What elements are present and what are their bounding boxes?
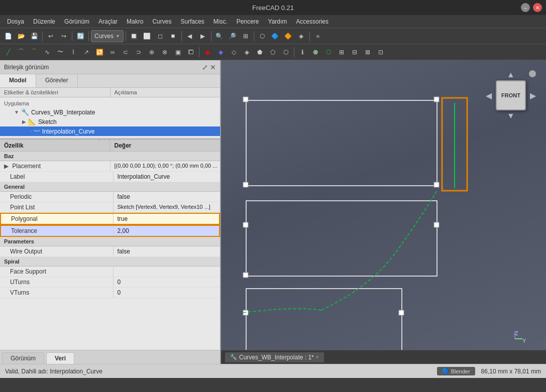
prop-row-vturns[interactable]: VTurns 0 (0, 288, 220, 298)
prop-row-uturns[interactable]: UTurns 0 (0, 277, 220, 288)
curve-tool-24[interactable]: ⬣ (309, 46, 321, 58)
workbench-dropdown[interactable]: Curves ▼ (91, 30, 124, 42)
redo-button[interactable]: ↪ (58, 30, 70, 42)
viewport-tab-close[interactable]: × (316, 354, 319, 360)
view3d-button[interactable]: 🔲 (128, 30, 140, 42)
curve-tool-12[interactable]: ⊕ (146, 46, 158, 58)
menu-dosya[interactable]: Dosya (3, 17, 28, 26)
prop-row-placement[interactable]: ▶ Placement [(0,00 0,00 1,00); 0,00 °; (… (0, 161, 220, 172)
view-front-button[interactable]: ⬜ (141, 30, 153, 42)
curve-tool-1[interactable]: ╱ (2, 46, 14, 58)
minimize-button[interactable]: – (521, 3, 530, 12)
prop-row-tolerance[interactable]: Tolerance 2,00 (0, 225, 220, 237)
nav-back-button[interactable]: ◀ (184, 30, 196, 42)
menu-duzenle[interactable]: Düzenle (29, 17, 59, 26)
blender-button[interactable]: 🔵 Blender (437, 367, 475, 375)
menu-curves[interactable]: Curves (148, 17, 175, 26)
statusbar-right: 🔵 Blender 86,10 mm x 78,01 mm (437, 367, 541, 375)
close-button[interactable]: ✕ (533, 3, 542, 12)
curve-tool-13[interactable]: ⊗ (159, 46, 171, 58)
curve-tool-21[interactable]: ⬠ (267, 46, 279, 58)
curve-tool-19[interactable]: ◈ (241, 46, 253, 58)
prop-row-label[interactable]: Label Interpolation_Curve (0, 172, 220, 182)
viewport-tab[interactable]: 🔧 Curves_WB_Interpolate : 1* × (225, 352, 324, 362)
etiketler-label: Etiketler & öznitelikleri (0, 88, 111, 97)
nav-left-arrow[interactable]: ◀ (486, 91, 492, 100)
curve-tool-22[interactable]: ⬡ (280, 46, 292, 58)
vertex-2 (434, 97, 439, 102)
nav-down-arrow[interactable]: ▼ (507, 111, 515, 120)
tab-veri-bottom[interactable]: Veri (46, 352, 74, 364)
view-right-button[interactable]: ◻ (154, 30, 166, 42)
toolbar-sep-5 (181, 31, 182, 41)
curve-tool-17[interactable]: ◆ (214, 46, 227, 58)
tree-item-root[interactable]: ▼ 🔧 Curves_WB_Interpolate (0, 107, 220, 117)
menu-misc[interactable]: Misc. (209, 17, 232, 26)
object-btn2[interactable]: 🔶 (282, 30, 294, 42)
tree-item-interpolation-curve[interactable]: · 〰 Interpolation_Curve (0, 126, 220, 136)
prop-row-pointlist[interactable]: Point List Sketch [Vertex8, Vertex9, Ver… (0, 202, 220, 213)
curve-tool-5[interactable]: 〜 (54, 46, 66, 58)
open-file-button[interactable]: 📂 (15, 30, 27, 42)
expand-icon[interactable]: ⤢ (202, 63, 208, 71)
nav-fwd-button[interactable]: ▶ (197, 30, 209, 42)
curve-tool-14[interactable]: ▣ (172, 46, 184, 58)
menu-araclar[interactable]: Araçlar (94, 17, 122, 26)
toolbar-sep-6 (211, 31, 211, 41)
menu-pencere[interactable]: Pencere (233, 17, 263, 26)
curve-tool-10[interactable]: ⊂ (120, 46, 132, 58)
curve-tool-11[interactable]: ⊃ (133, 46, 145, 58)
curve-tool-6[interactable]: ⌇ (67, 46, 79, 58)
curve-tool-9[interactable]: ∞ (106, 46, 119, 58)
undo-button[interactable]: ↩ (45, 30, 57, 42)
curve-tool-23[interactable]: ℹ (296, 46, 308, 58)
curve-tool-28[interactable]: ⊠ (362, 46, 374, 58)
curve-tool-20[interactable]: ⬟ (254, 46, 266, 58)
new-file-button[interactable]: 📄 (2, 30, 14, 42)
navigation-cube[interactable]: ▲ ▼ ◀ ▶ FRONT (486, 70, 536, 120)
zoom-fit-button[interactable]: ⊞ (240, 30, 252, 42)
close-panel-icon[interactable]: ✕ (210, 63, 216, 71)
curve-tool-16[interactable]: ◆ (201, 46, 213, 58)
menu-surfaces[interactable]: Surfaces (176, 17, 208, 26)
save-file-button[interactable]: 💾 (28, 30, 40, 42)
object-btn3[interactable]: ◈ (295, 30, 307, 42)
curve-tool-4[interactable]: ∿ (41, 46, 53, 58)
menu-accessories[interactable]: Accessories (292, 17, 333, 26)
zoom-out-button[interactable]: 🔎 (227, 30, 239, 42)
curve-tool-2[interactable]: ⌒ (15, 46, 27, 58)
curve-tool-25[interactable]: ⬡ (322, 46, 335, 58)
nav-up-arrow[interactable]: ▲ (507, 70, 515, 79)
curve-tool-3[interactable]: ⌒ (28, 46, 40, 58)
view-top-button[interactable]: ◽ (167, 30, 179, 42)
curve-tool-26[interactable]: ⊞ (336, 46, 348, 58)
cube-view-button[interactable]: ⬡ (256, 30, 268, 42)
properties-area: Özellik Değer Baz ▶ Placement [(0,00 0,0… (0, 140, 220, 350)
menu-makro[interactable]: Makro (123, 17, 147, 26)
prop-row-periodic[interactable]: Periodic false (0, 192, 220, 202)
curve-tool-27[interactable]: ⊟ (349, 46, 361, 58)
prop-row-facesupport[interactable]: Face Support (0, 267, 220, 277)
bottom-tab-bar: Görünüm Veri (0, 350, 220, 364)
nav-right-arrow[interactable]: ▶ (530, 91, 536, 100)
toolbar-row-1: 📄 📂 💾 ↩ ↪ 🔄 Curves ▼ 🔲 ⬜ ◻ ◽ ◀ ▶ 🔍 🔎 ⊞ ⬡… (0, 28, 546, 44)
menu-gorunum[interactable]: Görünüm (60, 17, 93, 26)
curve-tool-18[interactable]: ◇ (228, 46, 240, 58)
prop-row-wireoutput[interactable]: Wire Output false (0, 246, 220, 257)
vertex-6 (434, 222, 439, 227)
menu-yardim[interactable]: Yardım (264, 17, 291, 26)
curve-tool-8[interactable]: 🔁 (93, 46, 105, 58)
tree-item-sketch[interactable]: ▶ 📐 Sketch (0, 117, 220, 126)
tab-gorunum-bottom[interactable]: Görünüm (2, 352, 44, 364)
curve-tool-7[interactable]: ↗ (80, 46, 92, 58)
tab-gorevler[interactable]: Görevler (36, 74, 78, 87)
more-button[interactable]: » (312, 30, 324, 42)
object-btn1[interactable]: 🔷 (269, 30, 281, 42)
curve-tool-15[interactable]: ⧠ (185, 46, 197, 58)
refresh-button[interactable]: 🔄 (74, 30, 86, 42)
zoom-in-button[interactable]: 🔍 (213, 30, 226, 42)
tab-model[interactable]: Model (0, 74, 36, 87)
prop-row-polygonal[interactable]: Polygonal true (0, 213, 220, 225)
curve-tool-29[interactable]: ⊡ (375, 46, 387, 58)
cube-face-front[interactable]: FRONT (496, 80, 526, 110)
